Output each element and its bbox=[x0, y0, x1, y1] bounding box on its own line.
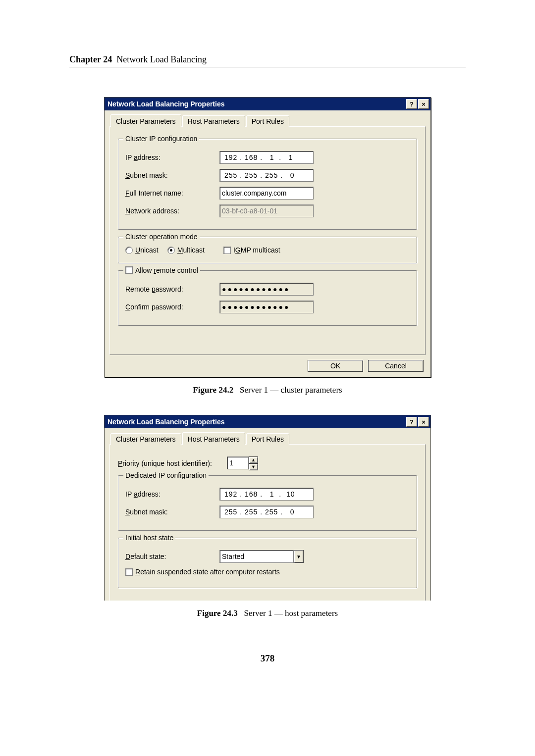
chevron-down-icon[interactable]: ▼ bbox=[294, 550, 304, 563]
tab-strip: Cluster Parameters Host Parameters Port … bbox=[109, 432, 426, 445]
checkbox-icon bbox=[125, 568, 133, 576]
network-address-label: Network address: bbox=[125, 207, 219, 215]
figure-number: Figure 24.3 bbox=[197, 608, 238, 618]
help-icon[interactable]: ? bbox=[406, 417, 417, 427]
default-state-dropdown[interactable]: Started ▼ bbox=[219, 550, 304, 563]
radio-icon bbox=[167, 247, 175, 254]
tab-host-parameters[interactable]: Host Parameters bbox=[182, 432, 245, 445]
tab-port-rules[interactable]: Port Rules bbox=[246, 433, 289, 445]
window-title: Network Load Balancing Properties bbox=[107, 100, 405, 108]
remote-password-input[interactable]: ●●●●●●●●●●●● bbox=[219, 283, 314, 296]
tab-host-parameters[interactable]: Host Parameters bbox=[182, 115, 245, 127]
titlebar: Network Load Balancing Properties ? × bbox=[105, 98, 430, 110]
group-legend: Cluster IP configuration bbox=[123, 135, 199, 143]
subnet-mask-input[interactable]: 255 . 255 . 255 . 0 bbox=[219, 505, 314, 518]
group-operation-mode: Cluster operation mode Unicast Multicast bbox=[118, 237, 417, 263]
group-dedicated-ip: Dedicated IP configuration IP address: 1… bbox=[118, 475, 417, 531]
figure-caption: Figure 24.2 Server 1 — cluster parameter… bbox=[104, 385, 431, 395]
group-legend: Initial host state bbox=[123, 534, 175, 542]
figure-text: Server 1 — cluster parameters bbox=[240, 385, 342, 395]
checkbox-igmp-multicast[interactable]: IGMP multicast bbox=[223, 246, 280, 254]
titlebar: Network Load Balancing Properties ? × bbox=[105, 415, 430, 428]
tab-panel: Priority (unique host identifier): 1 ▲ ▼… bbox=[109, 444, 426, 601]
full-name-input[interactable]: cluster.company.com bbox=[219, 187, 314, 200]
figure-number: Figure 24.2 bbox=[193, 385, 233, 395]
page-number: 378 bbox=[69, 653, 466, 664]
confirm-password-label: Confirm password: bbox=[125, 303, 219, 311]
checkbox-icon bbox=[223, 247, 231, 254]
priority-stepper[interactable]: 1 ▲ ▼ bbox=[227, 456, 258, 470]
remote-password-label: Remote password: bbox=[125, 285, 219, 293]
figure-text: Server 1 — host parameters bbox=[244, 608, 338, 618]
confirm-password-input[interactable]: ●●●●●●●●●●●● bbox=[219, 301, 314, 313]
tab-strip: Cluster Parameters Host Parameters Port … bbox=[109, 114, 426, 127]
window-title: Network Load Balancing Properties bbox=[107, 418, 405, 426]
network-address-input: 03-bf-c0-a8-01-01 bbox=[219, 204, 314, 217]
priority-input[interactable]: 1 bbox=[227, 456, 249, 469]
dialog-host-params: Network Load Balancing Properties ? × Cl… bbox=[104, 415, 431, 601]
group-legend: Cluster operation mode bbox=[123, 233, 200, 241]
tab-panel: Cluster IP configuration IP address: 192… bbox=[109, 126, 426, 355]
group-legend: Dedicated IP configuration bbox=[123, 471, 209, 479]
radio-unicast[interactable]: Unicast bbox=[125, 246, 159, 254]
subnet-mask-label: Subnet mask: bbox=[125, 508, 219, 516]
group-remote-control: Allow remote control Remote password: ●●… bbox=[118, 270, 417, 326]
group-cluster-ip: Cluster IP configuration IP address: 192… bbox=[118, 139, 417, 230]
radio-icon bbox=[125, 247, 133, 254]
ip-address-input[interactable]: 192 . 168 . 1 . 1 bbox=[219, 151, 314, 164]
ok-button[interactable]: OK bbox=[308, 360, 363, 372]
tab-cluster-parameters[interactable]: Cluster Parameters bbox=[110, 114, 181, 127]
chapter-number: Chapter 24 bbox=[69, 54, 112, 64]
spin-down-icon[interactable]: ▼ bbox=[249, 463, 258, 470]
checkbox-allow-remote[interactable] bbox=[125, 266, 133, 274]
chapter-title: Network Load Balancing bbox=[116, 54, 207, 64]
page-header: Chapter 24 Network Load Balancing bbox=[69, 54, 466, 67]
dialog-cluster-params: Network Load Balancing Properties ? × Cl… bbox=[104, 97, 431, 377]
tab-cluster-parameters[interactable]: Cluster Parameters bbox=[110, 433, 181, 445]
full-name-label: Full Internet name: bbox=[125, 189, 219, 197]
checkbox-retain-suspended[interactable]: Retain suspended state after computer re… bbox=[125, 568, 280, 576]
tab-port-rules[interactable]: Port Rules bbox=[246, 115, 289, 127]
priority-label: Priority (unique host identifier): bbox=[118, 459, 227, 467]
default-state-value: Started bbox=[219, 550, 294, 563]
close-icon[interactable]: × bbox=[418, 99, 429, 109]
ip-address-input[interactable]: 192 . 168 . 1 . 10 bbox=[219, 488, 314, 501]
subnet-mask-label: Subnet mask: bbox=[125, 171, 219, 179]
figure-caption: Figure 24.3 Server 1 — host parameters bbox=[104, 608, 431, 618]
spin-up-icon[interactable]: ▲ bbox=[249, 456, 258, 463]
ip-address-label: IP address: bbox=[125, 153, 219, 161]
group-legend-remote: Allow remote control bbox=[123, 266, 200, 274]
ip-address-label: IP address: bbox=[125, 490, 219, 498]
radio-multicast[interactable]: Multicast bbox=[167, 246, 205, 254]
subnet-mask-input[interactable]: 255 . 255 . 255 . 0 bbox=[219, 169, 314, 182]
default-state-label: Default state: bbox=[125, 553, 219, 560]
close-icon[interactable]: × bbox=[418, 417, 429, 427]
help-icon[interactable]: ? bbox=[406, 99, 417, 109]
cancel-button[interactable]: Cancel bbox=[368, 360, 424, 372]
group-initial-host-state: Initial host state Default state: Starte… bbox=[118, 538, 417, 588]
